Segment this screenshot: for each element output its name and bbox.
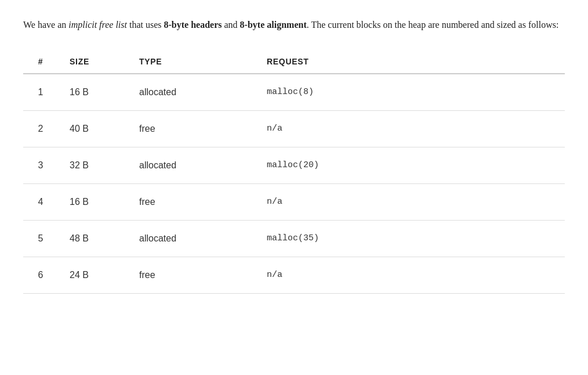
cell-num: 6 <box>23 257 70 293</box>
col-header-num: # <box>23 50 70 74</box>
cell-type: free <box>139 257 267 293</box>
table-header-row: # SIZE TYPE REQUEST <box>23 50 565 74</box>
heap-blocks-table: # SIZE TYPE REQUEST 116 Ballocatedmalloc… <box>23 50 565 294</box>
cell-type: allocated <box>139 74 267 111</box>
cell-request: malloc(8) <box>267 74 565 111</box>
cell-type: free <box>139 183 267 220</box>
table-row: 332 Ballocatedmalloc(20) <box>23 147 565 183</box>
cell-request: n/a <box>267 183 565 220</box>
cell-type: allocated <box>139 220 267 257</box>
cell-size: 40 B <box>70 110 139 147</box>
bold-headers: 8-byte headers <box>164 20 222 30</box>
cell-type: free <box>139 110 267 147</box>
italic-text: implicit free list <box>68 20 127 30</box>
cell-size: 16 B <box>70 183 139 220</box>
col-header-type: TYPE <box>139 50 267 74</box>
cell-num: 5 <box>23 220 70 257</box>
bold-alignment: 8-byte alignment <box>240 20 307 30</box>
cell-size: 32 B <box>70 147 139 183</box>
cell-size: 48 B <box>70 220 139 257</box>
col-header-request: REQUEST <box>267 50 565 74</box>
cell-type: allocated <box>139 147 267 183</box>
cell-size: 24 B <box>70 257 139 293</box>
intro-paragraph: We have an implicit free list that uses … <box>23 17 565 33</box>
cell-request: n/a <box>267 110 565 147</box>
cell-num: 3 <box>23 147 70 183</box>
cell-request: n/a <box>267 257 565 293</box>
table-row: 416 Bfreen/a <box>23 183 565 220</box>
table-row: 116 Ballocatedmalloc(8) <box>23 74 565 111</box>
cell-num: 4 <box>23 183 70 220</box>
cell-size: 16 B <box>70 74 139 111</box>
table-row: 240 Bfreen/a <box>23 110 565 147</box>
cell-num: 1 <box>23 74 70 111</box>
cell-num: 2 <box>23 110 70 147</box>
table-row: 548 Ballocatedmalloc(35) <box>23 220 565 257</box>
cell-request: malloc(20) <box>267 147 565 183</box>
table-row: 624 Bfreen/a <box>23 257 565 293</box>
cell-request: malloc(35) <box>267 220 565 257</box>
col-header-size: SIZE <box>70 50 139 74</box>
